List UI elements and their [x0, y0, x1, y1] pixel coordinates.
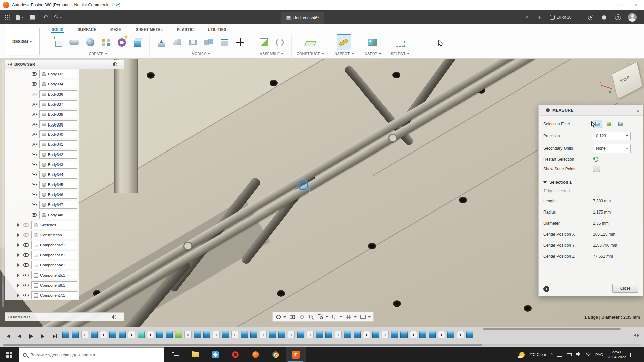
taskbar-search[interactable]	[19, 347, 164, 362]
timeline-feature-icon[interactable]: +	[335, 331, 342, 338]
panel-grip[interactable]	[120, 62, 121, 67]
visibility-eye-icon[interactable]	[23, 223, 29, 227]
timeline-zoom-control[interactable]	[634, 334, 639, 337]
tab-sheet-metal[interactable]: SHEET METAL	[135, 26, 163, 33]
visibility-eye-icon[interactable]	[32, 72, 37, 76]
browser-row[interactable]: Body347	[5, 200, 79, 210]
browser-scrollbar[interactable]	[2, 62, 4, 307]
group-label-construct[interactable]: CONSTRUCT	[297, 52, 324, 56]
browser-row[interactable]: Body336	[5, 89, 79, 99]
timeline-feature-icon[interactable]: +	[410, 331, 417, 338]
panel-toggle-icon[interactable]	[112, 315, 116, 319]
browser-item[interactable]: Component5:1	[31, 271, 77, 279]
visibility-eye-icon[interactable]	[32, 133, 37, 136]
browser-item[interactable]: Body347	[39, 201, 77, 209]
browser-row[interactable]: Sketches	[5, 220, 79, 230]
visibility-eye-icon[interactable]	[32, 203, 37, 206]
task-view-button[interactable]	[165, 347, 185, 362]
fusion-360-button[interactable]: F	[286, 347, 306, 362]
expand-arrow-icon[interactable]	[17, 284, 19, 287]
timeline-feature-icon[interactable]	[278, 331, 285, 338]
timeline-feature-icon[interactable]: +	[307, 331, 314, 338]
timeline-feature-icon[interactable]	[400, 331, 408, 338]
timeline-feature-icon[interactable]: +	[438, 331, 445, 338]
browser-row[interactable]: Body345	[5, 180, 79, 190]
construct-plane-button[interactable]	[303, 34, 317, 50]
visibility-eye-icon[interactable]	[23, 233, 29, 237]
browser-button[interactable]	[246, 347, 266, 362]
browser-row[interactable]: Body346	[5, 190, 79, 200]
browser-row[interactable]: Component5:1	[5, 270, 79, 280]
wifi-icon[interactable]	[586, 352, 591, 358]
info-icon[interactable]: i	[543, 286, 549, 292]
hidden-icons-button[interactable]: ^	[551, 352, 553, 357]
tab-utilities[interactable]: UTILITIES	[207, 26, 227, 33]
browser-row[interactable]: Body341	[5, 139, 79, 149]
browser-row[interactable]: Body337	[5, 99, 79, 109]
chrome-button[interactable]	[266, 347, 286, 362]
browser-item[interactable]: Component6:1	[31, 281, 77, 289]
timeline-feature-icon[interactable]: +	[128, 331, 135, 338]
language-indicator[interactable]: РУС	[595, 353, 603, 357]
browser-item[interactable]: Body346	[39, 191, 77, 199]
file-explorer-button[interactable]	[185, 347, 205, 362]
tab-surface[interactable]: SURFACE	[77, 26, 97, 33]
browser-row[interactable]: Component6:1	[5, 280, 79, 290]
visibility-eye-icon[interactable]	[32, 213, 37, 217]
shell-button[interactable]	[186, 34, 200, 50]
group-label-assemble[interactable]: ASSEMBLE	[260, 52, 284, 56]
timeline-feature-icon[interactable]: +	[184, 331, 192, 338]
panel-toggle-icon[interactable]	[113, 62, 117, 66]
timeline-feature-icon[interactable]	[194, 331, 201, 338]
zoom-button[interactable]	[308, 314, 314, 320]
look-at-button[interactable]	[289, 314, 296, 320]
timeline-feature-icon[interactable]	[250, 331, 257, 338]
visibility-eye-icon[interactable]	[32, 143, 37, 146]
new-document-tab-button[interactable]: +	[538, 10, 541, 24]
timeline-feature-icon[interactable]	[241, 331, 248, 338]
timeline-feature-icon[interactable]	[297, 331, 304, 338]
collapse-panel-button[interactable]: »	[637, 108, 639, 113]
secondary-units-select[interactable]: None	[593, 144, 631, 153]
timeline-feature-icon[interactable]	[344, 331, 351, 338]
orbit-button[interactable]	[275, 314, 286, 320]
timeline-feature-icon[interactable]	[269, 331, 276, 338]
timeline-feature-icon[interactable]	[419, 331, 426, 338]
create-sketch-button[interactable]: +	[52, 34, 66, 50]
opera-button[interactable]	[225, 347, 246, 362]
revolve-button[interactable]	[83, 34, 97, 50]
timeline-feature-icon[interactable]	[466, 331, 473, 338]
group-label-insert[interactable]: INSERT	[364, 52, 381, 56]
group-label-select[interactable]: SELECT	[391, 52, 410, 56]
display-settings-button[interactable]	[332, 314, 342, 320]
design-workspace-dropdown[interactable]: DESIGN	[5, 28, 40, 55]
browser-row[interactable]: Body348	[5, 210, 79, 220]
restart-selection-icon[interactable]	[592, 156, 599, 163]
timeline-feature-icon[interactable]	[325, 331, 332, 338]
viewports-button[interactable]	[360, 314, 371, 320]
timeline-feature-icon[interactable]	[138, 331, 145, 338]
expand-arrow-icon[interactable]	[17, 243, 19, 247]
visibility-eye-icon[interactable]	[32, 123, 37, 126]
fillet-button[interactable]	[170, 34, 184, 50]
browser-row[interactable]: Body344	[5, 170, 79, 180]
close-measure-button[interactable]: Close	[612, 284, 638, 293]
visibility-eye-icon[interactable]	[23, 263, 29, 267]
redo-button[interactable]: ↷	[52, 12, 64, 22]
help-button[interactable]: ?	[615, 10, 621, 24]
precision-select[interactable]: 0.123	[593, 132, 631, 140]
skip-to-end-button[interactable]	[50, 331, 59, 341]
group-label-modify[interactable]: MODIFY	[192, 52, 210, 56]
show-desktop-button[interactable]	[640, 347, 641, 362]
browser-row[interactable]: Body343	[5, 160, 79, 170]
timeline-feature-icon[interactable]	[175, 331, 182, 338]
tab-mesh[interactable]: MESH	[110, 26, 122, 33]
grid-snap-button[interactable]	[346, 314, 357, 320]
timeline-feature-icon[interactable]: +	[81, 331, 88, 338]
browser-item[interactable]: Body332	[39, 70, 77, 78]
timeline-feature-icon[interactable]	[372, 331, 379, 338]
maximize-button[interactable]: □	[613, 0, 629, 10]
browser-item[interactable]: Sketches	[31, 221, 77, 229]
visibility-eye-icon[interactable]	[23, 294, 29, 297]
visibility-eye-icon[interactable]	[23, 274, 29, 277]
